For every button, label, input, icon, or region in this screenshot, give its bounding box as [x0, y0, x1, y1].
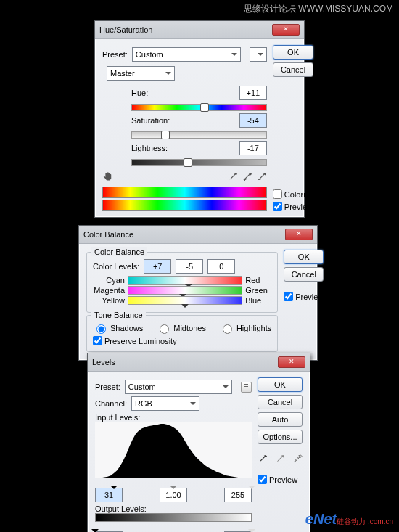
input-levels-label: Input Levels: [95, 413, 140, 422]
level-2-input[interactable] [176, 259, 203, 274]
ok-button[interactable]: OK [258, 377, 303, 392]
preset-label: Preset: [95, 382, 120, 391]
black-point-eyedropper-icon[interactable] [258, 454, 268, 465]
lv-titlebar[interactable]: Levels ✕ [88, 353, 310, 372]
input-black-input[interactable] [95, 488, 123, 502]
eyedropper-plus-icon[interactable] [242, 172, 252, 182]
output-slider[interactable] [95, 522, 252, 529]
hand-icon[interactable] [102, 172, 112, 182]
preset-menu-button[interactable] [250, 47, 267, 62]
saturation-label: Saturation: [131, 116, 178, 125]
saturation-slider[interactable] [131, 130, 267, 139]
cyan-red-slider[interactable] [128, 276, 242, 285]
spectrum-bar-2 [102, 200, 267, 211]
hs-titlebar[interactable]: Hue/Saturation ✕ [95, 21, 304, 39]
cb-title: Color Balance [83, 230, 133, 239]
eyedropper-minus-icon[interactable] [257, 172, 267, 182]
preview-checkbox[interactable]: Preview [273, 202, 313, 211]
cb-titlebar[interactable]: Color Balance ✕ [79, 226, 317, 244]
input-slider[interactable] [95, 478, 252, 486]
shadows-radio[interactable]: Shadows [93, 322, 143, 334]
output-gradient [95, 513, 252, 522]
eyedropper-icon[interactable] [228, 172, 238, 182]
yellow-blue-slider[interactable] [128, 296, 242, 305]
level-3-input[interactable] [207, 259, 235, 274]
close-icon[interactable]: ✕ [278, 356, 305, 368]
white-point-eyedropper-icon[interactable] [292, 454, 303, 465]
ok-button[interactable]: OK [273, 45, 313, 60]
cancel-button[interactable]: Cancel [258, 395, 303, 409]
histogram [95, 422, 252, 478]
cancel-button[interactable]: Cancel [273, 62, 313, 77]
color-balance-group: Color Balance Color Levels: CyanRed Mage… [86, 252, 278, 313]
lightness-label: Lightness: [131, 144, 178, 152]
hue-saturation-dialog: Hue/Saturation ✕ Preset: Custom Master H… [94, 20, 305, 218]
preset-label: Preset: [102, 50, 128, 59]
lightness-slider[interactable] [131, 157, 267, 166]
range-select[interactable]: Master [107, 66, 175, 81]
preview-checkbox[interactable]: Preview [284, 292, 324, 301]
tone-balance-group: Tone Balance Shadows Midtones Highlights… [86, 315, 278, 352]
saturation-input[interactable] [239, 113, 267, 128]
close-icon[interactable]: ✕ [272, 24, 300, 36]
cancel-button[interactable]: Cancel [284, 267, 324, 282]
lv-title: Levels [92, 358, 115, 367]
level-1-input[interactable] [144, 259, 171, 274]
watermark-top: 思缘设计论坛 WWW.MISSYUAN.COM [244, 3, 393, 15]
preset-select[interactable]: Custom [132, 47, 241, 62]
watermark-bottom: eNet硅谷动力 .com.cn [305, 511, 393, 528]
preserve-luminosity-checkbox[interactable]: Preserve Luminosity [93, 336, 271, 345]
lightness-input[interactable] [239, 141, 267, 155]
spectrum-bar [102, 187, 267, 198]
output-levels-label: Output Levels: [95, 504, 147, 513]
magenta-green-slider[interactable] [128, 286, 242, 295]
hue-input[interactable] [239, 86, 267, 100]
color-balance-dialog: Color Balance ✕ Color Balance Color Leve… [78, 225, 318, 361]
channel-select[interactable]: RGB [131, 396, 200, 411]
hue-slider[interactable] [131, 102, 267, 111]
preset-menu-button[interactable] [241, 382, 252, 393]
hs-title: Hue/Saturation [99, 25, 152, 34]
ok-button[interactable]: OK [284, 250, 324, 264]
midtones-radio[interactable]: Midtones [156, 322, 206, 334]
highlights-radio[interactable]: Highlights [219, 322, 271, 334]
auto-button[interactable]: Auto [258, 412, 303, 427]
preset-select[interactable]: Custom [125, 380, 232, 394]
options-button[interactable]: Options... [258, 430, 303, 444]
color-levels-label: Color Levels: [93, 262, 139, 271]
gray-point-eyedropper-icon[interactable] [275, 454, 285, 465]
colorize-checkbox[interactable]: Colorize [273, 189, 313, 199]
preview-checkbox[interactable]: Preview [258, 475, 303, 484]
channel-label: Channel: [95, 399, 127, 408]
levels-dialog: Levels ✕ Preset: Custom Channel: RGB Inp… [87, 353, 310, 532]
close-icon[interactable]: ✕ [285, 229, 313, 240]
hue-label: Hue: [131, 89, 178, 97]
